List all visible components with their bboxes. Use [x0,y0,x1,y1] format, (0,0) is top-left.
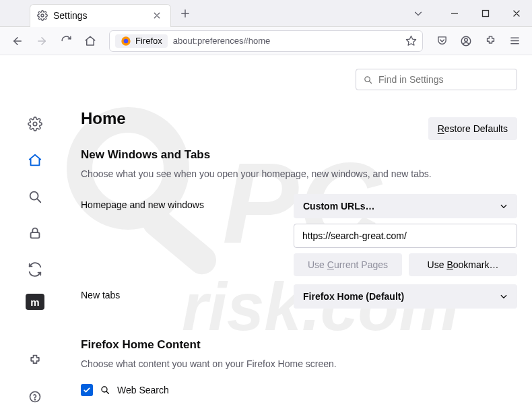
settings-main: Home RRestore Defaultsestore Defaults Ne… [70,55,532,417]
window-titlebar: Settings [0,0,532,27]
restore-defaults-button[interactable]: RRestore Defaultsestore Defaults [428,117,517,140]
sidebar-extensions[interactable] [23,348,47,373]
svg-point-14 [35,399,36,400]
browser-tab[interactable]: Settings [30,4,171,27]
reload-button[interactable] [55,30,77,52]
checkbox-checked[interactable] [81,384,93,396]
svg-point-9 [465,38,468,41]
chevron-down-icon [500,292,508,300]
homepage-mode-dropdown[interactable]: Custom URLs… [294,194,517,218]
chevron-down-icon [500,202,508,210]
gear-icon [37,10,48,21]
section-new-windows-tabs: New Windows and Tabs [81,148,517,162]
minimize-button[interactable] [439,0,470,27]
bookmark-star-icon[interactable] [405,35,417,46]
new-tab-button[interactable] [176,5,194,22]
option-web-search[interactable]: Web Search [81,384,517,396]
section-firefox-home-content: Firefox Home Content [81,338,517,352]
sidebar-general[interactable] [23,112,47,136]
row-label-homepage: Homepage and new windows [81,194,294,210]
page-title: Home [81,109,126,128]
close-window-button[interactable] [501,0,532,27]
nav-toolbar: Firefox about:preferences#home [0,27,532,55]
dropdown-value: Custom URLs… [303,201,375,212]
maximize-button[interactable] [470,0,501,27]
svg-rect-5 [483,11,489,17]
sidebar-privacy[interactable] [23,221,47,245]
sidebar-help[interactable] [23,385,47,409]
settings-sidebar: m [0,55,70,417]
use-bookmark-button[interactable]: Use Bookmark… [409,253,517,276]
search-icon [100,385,110,395]
sidebar-home[interactable] [23,148,47,172]
home-button[interactable] [79,30,101,52]
dropdown-value: Firefox Home (Default) [303,291,404,302]
option-label: Web Search [117,385,169,395]
search-icon [363,75,373,85]
identity-label: Firefox [135,36,162,46]
pocket-button[interactable] [431,30,453,52]
svg-point-4 [41,14,44,17]
sidebar-search[interactable] [23,185,47,209]
section-desc: Choose what content you want on your Fir… [81,358,517,369]
newtabs-mode-dropdown[interactable]: Firefox Home (Default) [294,284,517,309]
settings-search[interactable] [356,69,517,90]
settings-search-input[interactable] [378,74,510,85]
back-button[interactable] [7,30,28,52]
forward-button[interactable] [31,30,53,52]
extensions-button[interactable] [479,30,501,52]
account-button[interactable] [455,30,477,52]
app-menu-button[interactable] [504,30,525,52]
svg-rect-12 [31,232,40,238]
close-tab-icon[interactable] [150,11,164,20]
sidebar-sync[interactable] [23,257,47,282]
firefox-icon [121,36,131,46]
sidebar-more-mozilla[interactable]: m [26,294,44,310]
url-text: about:preferences#home [173,36,271,46]
svg-point-10 [33,122,37,126]
svg-point-7 [124,38,129,43]
identity-box[interactable]: Firefox [115,34,168,48]
tabs-overflow-button[interactable] [405,0,431,27]
window-controls [439,0,532,27]
tab-title: Settings [53,10,88,21]
homepage-url-input[interactable] [294,224,517,248]
row-label-newtabs: New tabs [81,284,294,300]
use-current-pages-button[interactable]: Use Current Pages [294,253,402,276]
address-bar[interactable]: Firefox about:preferences#home [109,30,423,52]
section-desc: Choose what you see when you open your h… [81,168,517,179]
